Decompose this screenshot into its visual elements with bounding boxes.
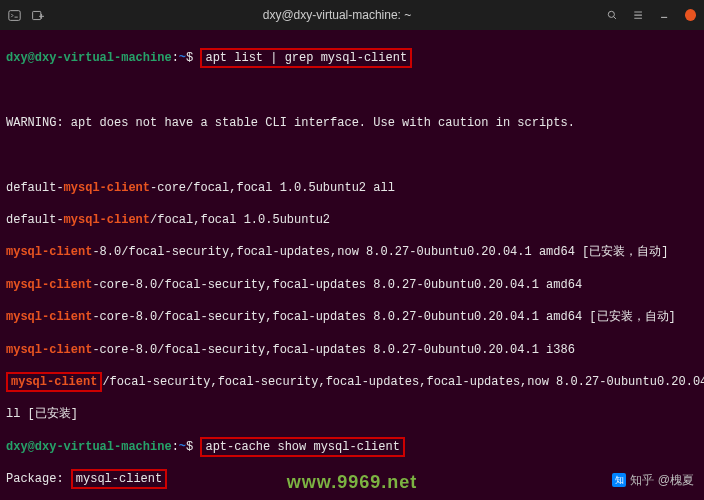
window-title: dxy@dxy-virtual-machine: ~ — [68, 7, 606, 23]
menu-icon[interactable] — [632, 9, 644, 22]
prompt-path: ~ — [179, 51, 186, 65]
new-tab-icon[interactable] — [31, 9, 44, 22]
svg-rect-0 — [9, 10, 20, 20]
svg-rect-1 — [33, 11, 41, 19]
prompt-user: dxy@dxy-virtual-machine — [6, 51, 172, 65]
window-titlebar: dxy@dxy-virtual-machine: ~ — [0, 0, 704, 30]
watermark-url: www.9969.net — [287, 470, 417, 494]
search-icon[interactable] — [606, 9, 618, 22]
close-icon[interactable] — [685, 9, 696, 21]
command-1: apt list | grep mysql-client — [200, 48, 412, 68]
package-value: mysql-client — [71, 469, 167, 489]
pkg-highlight: mysql-client — [64, 181, 150, 195]
terminal-icon — [8, 9, 21, 22]
watermark-zhihu: 知 知乎 @槐夏 — [612, 472, 694, 488]
apt-warning: WARNING: apt does not have a stable CLI … — [6, 115, 698, 131]
command-2: apt-cache show mysql-client — [200, 437, 404, 457]
svg-point-2 — [608, 11, 614, 17]
zhihu-icon: 知 — [612, 473, 626, 487]
terminal-output[interactable]: dxy@dxy-virtual-machine:~$ apt list | gr… — [0, 30, 704, 500]
minimize-icon[interactable] — [658, 9, 670, 22]
